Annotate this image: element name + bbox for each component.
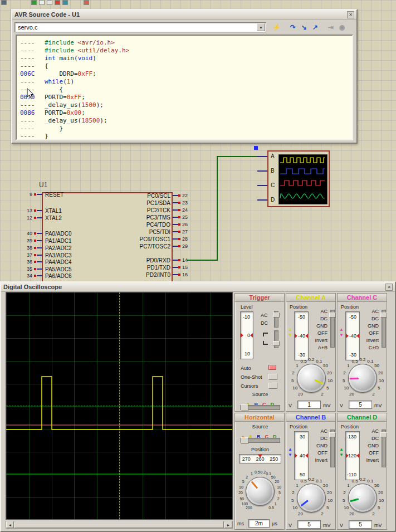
knob-scale-label: 5 xyxy=(326,385,329,391)
code-line: 0070PORTD=0xFF; xyxy=(20,94,352,101)
unit-right-label: mV xyxy=(374,523,382,528)
knob-scale-label: 1 xyxy=(275,501,277,505)
oscilloscope-titlebar[interactable]: Digital Oscilloscope ✕ xyxy=(1,282,395,292)
wire-h1 xyxy=(187,260,218,261)
pin-number: 9 xyxy=(21,192,32,197)
pin-number: 13 xyxy=(21,208,32,213)
channel-c-gain-knob[interactable]: 20105210.50.20.150201052 xyxy=(338,294,387,411)
pin-number: 27 xyxy=(182,229,188,235)
run-simulation-button[interactable]: ⚡ xyxy=(271,22,282,32)
pin-terminal xyxy=(178,216,180,218)
pin-terminal xyxy=(34,193,36,196)
run-to-cursor-button[interactable]: ⇥ xyxy=(325,22,336,32)
pin-name: PC7/TOSC2 xyxy=(111,243,170,250)
trigger-source-slider[interactable] xyxy=(240,405,280,410)
knob-scale-label: 0.1 xyxy=(266,472,271,476)
pin-terminal xyxy=(178,223,180,226)
knob-scale-label: 2 xyxy=(321,511,323,516)
pin-stub xyxy=(37,240,42,241)
scroll-left-icon[interactable]: ◄ xyxy=(6,521,14,528)
channel-d-gain-knob[interactable]: 20105210.50.20.150201052 xyxy=(338,413,387,529)
pin-number: 40 xyxy=(21,231,32,236)
knob-scale-label: 20 xyxy=(298,511,303,516)
pin-name: PD1/TXD xyxy=(111,265,170,271)
knob-scale-label: 10 xyxy=(344,385,349,391)
scope-pin-stub xyxy=(257,170,267,172)
scroll-right-icon[interactable]: ► xyxy=(224,521,232,528)
pin-name: PC4/TDO xyxy=(111,222,170,228)
step-over-button[interactable]: ↷ xyxy=(287,22,299,32)
trigger-one-shot-label: One-Shot xyxy=(241,374,262,380)
unit-left-label: V xyxy=(340,403,343,408)
oscilloscope-component[interactable] xyxy=(267,150,330,207)
pin-terminal xyxy=(34,268,36,270)
knob-scale-label: 2 xyxy=(372,511,374,516)
trigger-panel: Trigger Level -10010 AC DC Auto One-Shot… xyxy=(234,293,285,412)
display-scrollbar[interactable]: ◄ ► xyxy=(6,521,233,529)
scroll-thumb[interactable] xyxy=(14,521,224,528)
step-into-button[interactable]: ↘ xyxy=(299,22,310,32)
code-line: ----int main(void) xyxy=(20,55,352,62)
pin-number: 28 xyxy=(182,236,188,242)
code-line: 006C DDRD=0xFF; xyxy=(20,70,352,78)
cursors-button[interactable] xyxy=(268,383,277,389)
trigger-coupling-switch[interactable] xyxy=(274,311,278,328)
oscilloscope-close-icon[interactable]: ✕ xyxy=(385,284,393,291)
channel-a-gain-knob[interactable]: 20105210.50.20.150201052 xyxy=(286,294,335,411)
unit-left-label: V xyxy=(289,523,292,528)
source-window-titlebar[interactable]: AVR Source Code - U1 ✕ xyxy=(12,10,356,19)
knob-scale-label: 2 xyxy=(343,490,345,495)
unit-left-label: V xyxy=(289,403,292,408)
pin-stub xyxy=(37,261,42,262)
scope-pin-stub xyxy=(257,185,267,186)
knob-scale-label: 5 xyxy=(378,385,380,391)
pin-number: 37 xyxy=(21,252,32,258)
pin-name: PC6/TOSC1 xyxy=(111,236,170,242)
knob-scale-label: 0.1 xyxy=(316,359,322,364)
trigger-auto-label: Auto xyxy=(241,365,251,371)
code-line: ----{ xyxy=(20,62,352,70)
knob-scale-label: 10 xyxy=(292,505,297,510)
knob-scale-label: 5 xyxy=(326,505,329,510)
one-shot-button[interactable] xyxy=(268,374,277,380)
knob-scale-label: 10 xyxy=(277,485,281,489)
debug-toolbar: ⚡↷↘↗⇥◉ xyxy=(271,22,348,32)
unit-right-label: mV xyxy=(323,523,331,528)
toggle-breakpoint-button[interactable]: ◉ xyxy=(336,22,348,32)
pin-number: 12 xyxy=(21,215,32,221)
pin-terminal xyxy=(34,261,36,263)
trigger-level-wheel[interactable]: -10010 xyxy=(240,311,253,359)
pin-terminal xyxy=(178,274,180,276)
trigger-edge-switch[interactable] xyxy=(274,330,278,348)
wire-v xyxy=(217,156,218,261)
channel-b-gain-knob[interactable]: 20105210.50.20.150201052 xyxy=(286,413,335,529)
source-code-window: AVR Source Code - U1 ✕ servo.c ▼ ⚡↷↘↗⇥◉ … xyxy=(11,9,358,144)
pin-name: PC5/TDI xyxy=(111,229,170,235)
pin-stub xyxy=(37,269,42,270)
knob-scale-label: 5 xyxy=(242,480,245,484)
pin-number: 26 xyxy=(182,222,188,227)
horizontal-panel: Horizontal Source ►ABCD Position 2702602… xyxy=(234,413,285,530)
pin-number: 15 xyxy=(182,265,188,270)
horizontal-timebase-knob[interactable]: 2001005020105210.50.20.15020105210.5 xyxy=(235,413,284,529)
knob-scale-label: 0.2 xyxy=(308,357,314,362)
auto-led xyxy=(268,365,276,370)
wire-h2 xyxy=(218,156,257,157)
knob-scale-label: 20 xyxy=(349,511,354,516)
pin-stub xyxy=(173,260,178,261)
knob-scale-label: 100 xyxy=(242,501,248,505)
pin-name: PD2/INT0 xyxy=(111,272,170,278)
code-area[interactable]: ----#include <avr/io.h>----#include <uti… xyxy=(16,35,353,140)
knob-scale-label: 2 xyxy=(246,475,248,479)
pin-terminal xyxy=(178,231,180,233)
pin-name: PA4/ADC4 xyxy=(45,259,72,265)
knob-scale-label: 0.2 xyxy=(359,477,365,482)
step-out-button[interactable]: ↗ xyxy=(310,22,321,32)
source-file-combo[interactable]: servo.c ▼ xyxy=(14,22,266,32)
combo-dropdown-icon[interactable]: ▼ xyxy=(257,23,265,31)
pin-number: 23 xyxy=(182,200,188,206)
source-window-close-icon[interactable]: ✕ xyxy=(347,11,354,18)
oscilloscope-display[interactable] xyxy=(6,292,233,520)
unit-right-label: mV xyxy=(323,403,331,408)
pin-name: PA2/ADC2 xyxy=(45,245,72,251)
